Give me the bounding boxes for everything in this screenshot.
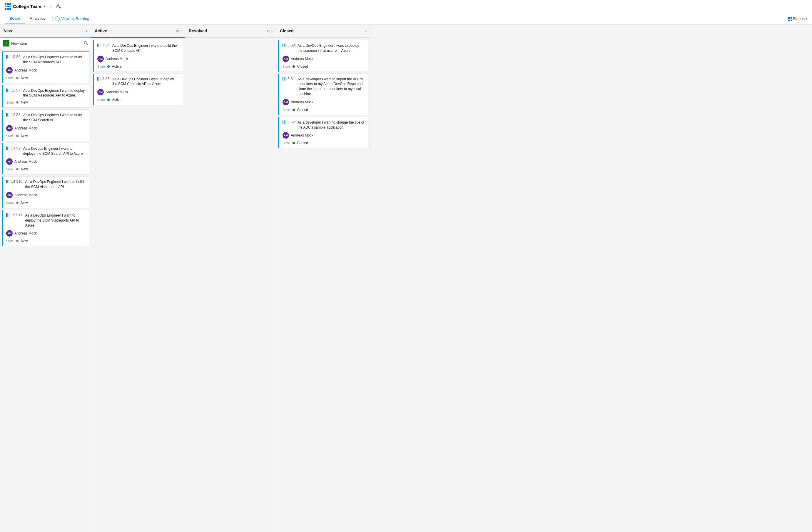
manage-members-icon[interactable] [56, 3, 61, 10]
column-title-closed: Closed [280, 29, 363, 33]
stories-button[interactable]: Stories ▾ [787, 16, 807, 21]
column-header-active: Active 2 /5 [91, 25, 185, 38]
resolved-count: 0 [267, 29, 269, 33]
state-dot [292, 109, 295, 111]
card-7[interactable]: 7 S4: As a DevOps Engineer I want to bui… [93, 40, 183, 72]
card-id: 9 S2: [288, 120, 296, 124]
team-name: College Team [13, 4, 41, 9]
card-assignee: AM Andreas Mock [6, 125, 85, 131]
collapse-closed-icon[interactable]: ‹ [365, 29, 367, 33]
assignee-name: Andreas Mock [14, 193, 37, 197]
chevron-down-icon[interactable]: ▾ [44, 4, 45, 8]
card-13[interactable]: 13 S9: As a Devops Engineer I want to de… [2, 143, 89, 175]
column-header-closed: Closed ‹ [276, 25, 370, 38]
card-text: As a DevOps Engineer I want to deploy th… [112, 77, 179, 87]
nav-tabs: Board Analytics → View as Backlog Storie… [0, 13, 812, 25]
avatar: AM [6, 230, 13, 237]
state-dot [107, 99, 110, 101]
tab-board[interactable]: Board [5, 13, 25, 24]
column-active: Active 2 /5 7 S4: As a DevOps Engineer I… [91, 25, 185, 532]
assignee-name: Andreas Mock [14, 68, 37, 72]
column-title-new: New [3, 29, 84, 33]
column-title-active: Active [95, 29, 176, 33]
state-value: Closed [297, 65, 308, 69]
app-header: College Team ▾ ☆ [0, 0, 812, 13]
card-assignee: AM Andreas Mock [6, 230, 85, 237]
card-text: As a DevOps Engineer I want to deploy th… [298, 43, 365, 53]
story-icon [97, 44, 101, 47]
avatar: AM [282, 56, 289, 62]
card-12[interactable]: 12 S8: As a DevOps Engineer I want to bu… [2, 110, 89, 141]
card-id: 10 S6: [11, 55, 21, 59]
card-state-row: State New [6, 76, 85, 80]
avatar: AM [97, 89, 104, 95]
card-assignee: AM Andreas Mock [282, 56, 365, 62]
card-state-row: State Closed [282, 65, 365, 69]
active-column-cards: 7 S4: As a DevOps Engineer I want to bui… [91, 38, 185, 532]
team-logo[interactable]: College Team ▾ [5, 3, 45, 10]
state-dot [16, 168, 18, 170]
state-label: State [6, 101, 14, 104]
card-8[interactable]: 8 S5: As a DevOps Engineer I want to dep… [93, 73, 183, 105]
nav-left: Board Analytics → View as Backlog [5, 13, 89, 24]
card-id: 14 S10: [11, 180, 23, 184]
state-value: New [21, 76, 28, 80]
card-text: As a developer I want to import the ADC'… [298, 77, 365, 97]
card-text: As a developer I want to change the titl… [298, 120, 365, 130]
state-label: State [6, 201, 14, 205]
assignee-name: Andreas Mock [291, 57, 314, 61]
card-id: 11 S7: [11, 88, 21, 93]
card-text: As a DevOps Engineer I want to build the… [23, 113, 85, 123]
add-item-button[interactable]: + [3, 40, 10, 46]
card-id: 7 S4: [102, 43, 111, 47]
card-11[interactable]: 11 S7: As a DevOps Engineer I want to de… [2, 85, 89, 108]
card-state-row: State New [6, 201, 85, 205]
assignee-name: Andreas Mock [291, 100, 314, 104]
card-id: 5 S1: [288, 77, 296, 81]
card-10[interactable]: 10 S6: As a DevOps Engineer I want to bu… [2, 52, 89, 83]
card-assignee: AM Andreas Mock [6, 67, 85, 73]
card-15[interactable]: 15 S11: As a DevOps Engineer I want to d… [2, 210, 89, 246]
collapse-new-icon[interactable]: ‹ [86, 29, 87, 33]
card-state-row: State Active [97, 65, 179, 69]
card-14[interactable]: 14 S10: As a DevOps Engineer I want to b… [2, 176, 89, 208]
state-value: New [21, 134, 28, 138]
card-state-row: State New [6, 134, 85, 138]
svg-line-2 [87, 44, 88, 45]
view-backlog-link[interactable]: → View as Backlog [55, 16, 89, 21]
card-assignee: AM Andreas Mock [97, 89, 179, 95]
card-id: 6 S3: [288, 43, 296, 47]
star-icon[interactable]: ☆ [48, 3, 53, 10]
avatar: AM [282, 132, 289, 139]
story-icon [6, 213, 10, 217]
card-9[interactable]: 9 S2: As a developer I want to change th… [278, 117, 368, 149]
state-value: New [21, 239, 28, 243]
view-backlog-label: View as Backlog [61, 16, 89, 21]
tab-analytics[interactable]: Analytics [25, 13, 50, 24]
state-dot [16, 101, 18, 103]
story-icon [6, 88, 10, 92]
column-closed: Closed ‹ 6 S3: As a DevOps Engineer I wa… [276, 25, 371, 532]
card-5[interactable]: 5 S1: As a developer I want to import th… [278, 73, 368, 115]
resolved-total: /5 [269, 29, 273, 33]
stories-label: Stories [793, 16, 804, 21]
avatar: AM [97, 56, 104, 62]
card-text: As a DevOps Engineer I want to build the… [23, 55, 85, 65]
story-icon [282, 120, 286, 124]
new-item-bar: + New item [0, 38, 91, 49]
card-state-row: State Closed [282, 108, 365, 112]
search-icon[interactable] [84, 41, 88, 46]
state-value: New [21, 201, 28, 205]
state-value: New [21, 100, 28, 104]
assignee-name: Andreas Mock [14, 126, 37, 130]
state-label: State [6, 167, 14, 171]
state-dot [16, 77, 18, 79]
avatar: AM [6, 125, 13, 131]
state-dot [16, 135, 18, 137]
card-6[interactable]: 6 S3: As a DevOps Engineer I want to dep… [278, 40, 368, 72]
assignee-name: Andreas Mock [14, 159, 37, 164]
column-header-resolved: Resolved 0 /5 [185, 25, 276, 38]
card-state-row: State New [6, 167, 85, 171]
card-assignee: AM Andreas Mock [282, 132, 365, 139]
stories-chevron-icon: ▾ [806, 17, 807, 20]
